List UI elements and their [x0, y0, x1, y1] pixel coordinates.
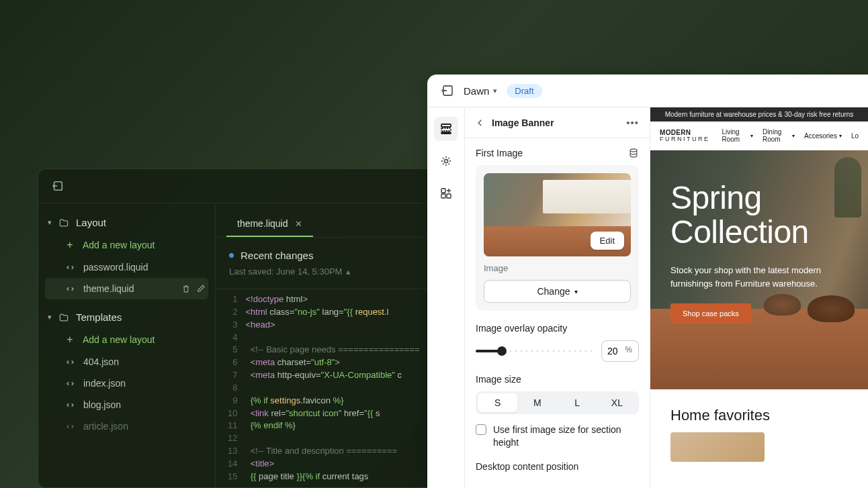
favorites-grid	[650, 432, 868, 462]
promo-bar: Modern furniture at warehouse prices & 3…	[650, 107, 868, 121]
file-tree-sidebar: ▾ Layout + Add a new layout password.liq…	[38, 203, 216, 487]
panel-title: Image Banner	[492, 117, 619, 128]
last-saved-text: Last saved: June 14, 5:30PM	[229, 266, 342, 277]
customizer-header: Dawn ▾ Draft	[427, 75, 868, 107]
opacity-slider[interactable]	[476, 350, 595, 352]
exit-icon[interactable]	[52, 180, 64, 192]
slider-thumb[interactable]	[497, 346, 507, 356]
active-tab[interactable]: theme.liquid ✕	[226, 211, 313, 237]
unsaved-dot-icon	[229, 253, 234, 258]
add-template-label: Add a new layout	[83, 334, 155, 345]
image-size-segments: S M L XL	[476, 391, 639, 414]
templates-section-header[interactable]: ▾ Templates	[45, 306, 208, 328]
svg-rect-6	[441, 189, 445, 193]
chevron-up-icon: ▴	[346, 266, 351, 277]
code-file-icon	[65, 379, 75, 389]
svg-rect-3	[441, 128, 451, 131]
layout-section-header[interactable]: ▾ Layout	[45, 211, 208, 234]
nav-dining-room[interactable]: Dining Room▾	[763, 128, 795, 143]
apps-rail-button[interactable]	[434, 181, 458, 205]
svg-point-9	[630, 149, 637, 152]
recent-changes-label: Recent changes	[241, 250, 313, 261]
brand-logo[interactable]: MODERN FURNITURE	[660, 130, 710, 142]
layout-section-label: Layout	[76, 217, 106, 228]
hero-banner: SpringCollection Stock your shop with th…	[650, 150, 868, 389]
size-l[interactable]: L	[558, 393, 597, 412]
file-theme-liquid[interactable]: theme.liquid	[45, 278, 208, 299]
add-layout-button[interactable]: + Add a new layout	[45, 234, 208, 256]
templates-section-label: Templates	[76, 311, 122, 323]
plus-icon: +	[65, 239, 75, 251]
size-m[interactable]: M	[517, 393, 557, 412]
status-badge: Draft	[507, 84, 541, 98]
svg-rect-7	[447, 194, 451, 198]
product-card[interactable]	[670, 432, 765, 462]
code-file-icon	[65, 357, 75, 367]
code-file-icon	[65, 422, 75, 432]
svg-rect-2	[441, 124, 451, 127]
delete-file-icon[interactable]	[181, 284, 191, 293]
change-image-button[interactable]: Change ▾	[484, 280, 631, 303]
rename-file-icon[interactable]	[196, 284, 206, 293]
code-file-icon	[65, 262, 75, 273]
edit-image-button[interactable]: Edit	[591, 232, 624, 250]
chevron-down-icon: ▾	[48, 218, 52, 227]
more-icon[interactable]: •••	[626, 117, 639, 128]
opacity-input[interactable]	[601, 340, 639, 362]
tab-label: theme.liquid	[237, 218, 288, 229]
add-layout-label: Add a new layout	[83, 240, 155, 250]
dynamic-source-icon[interactable]	[628, 148, 639, 158]
editor-topbar	[38, 169, 467, 203]
theme-customizer-window: Dawn ▾ Draft Image Banner •••	[427, 75, 868, 488]
folder-icon	[58, 312, 69, 323]
use-first-image-checkbox[interactable]	[476, 424, 486, 435]
svg-rect-8	[441, 194, 445, 198]
settings-rail-button[interactable]	[434, 149, 458, 173]
hero-cta-button[interactable]: Shop case packs	[670, 303, 751, 324]
desktop-position-label: Desktop content position	[476, 461, 578, 472]
chevron-down-icon: ▾	[493, 87, 497, 95]
chevron-down-icon: ▾	[839, 133, 842, 139]
code-editor-window: ▾ Layout + Add a new layout password.liq…	[38, 168, 468, 488]
back-icon[interactable]	[476, 118, 485, 128]
folder-icon	[58, 217, 69, 228]
file-label: index.json	[83, 378, 126, 389]
file-404-json[interactable]: 404.json	[45, 351, 208, 373]
image-picker-card: Edit Image Change ▾	[476, 165, 639, 311]
file-article-json[interactable]: article.json	[45, 416, 208, 437]
svg-rect-4	[441, 132, 451, 134]
exit-icon[interactable]	[441, 84, 454, 97]
storefront-nav: MODERN FURNITURE Living Room▾ Dining Roo…	[650, 121, 868, 150]
size-label: Image size	[476, 374, 521, 385]
nav-accessories[interactable]: Accesories▾	[804, 128, 842, 143]
size-s[interactable]: S	[478, 393, 517, 412]
file-index-json[interactable]: index.json	[45, 373, 208, 394]
add-template-button[interactable]: + Add a new layout	[45, 328, 208, 351]
settings-panel: Image Banner ••• First Image Edit Image …	[465, 107, 650, 488]
file-blog-json[interactable]: blog.json	[45, 394, 208, 416]
hero-title: SpringCollection	[670, 181, 848, 249]
nav-living-room[interactable]: Living Room▾	[722, 128, 753, 143]
close-tab-icon[interactable]: ✕	[295, 219, 302, 229]
sections-rail-button[interactable]	[434, 117, 458, 141]
theme-selector[interactable]: Dawn ▾	[464, 85, 497, 97]
checkbox-label: Use first image size for section height	[493, 424, 639, 449]
chevron-down-icon: ▾	[750, 133, 753, 139]
plus-icon: +	[65, 334, 75, 346]
file-label: password.liquid	[83, 262, 148, 273]
hero-body: Stock your shop with the latest modern f…	[670, 264, 832, 290]
file-password-liquid[interactable]: password.liquid	[45, 256, 208, 278]
nav-more[interactable]: Lo	[851, 128, 859, 143]
image-preview: Edit	[484, 173, 631, 256]
file-label: 404.json	[83, 356, 119, 367]
size-xl[interactable]: XL	[597, 393, 637, 412]
chevron-down-icon: ▾	[792, 133, 795, 139]
customizer-rail	[427, 107, 465, 488]
file-label: theme.liquid	[83, 283, 134, 294]
theme-name: Dawn	[464, 85, 489, 97]
file-label: article.json	[83, 421, 128, 432]
file-label: blog.json	[83, 399, 121, 410]
code-file-icon	[65, 400, 75, 410]
storefront-preview: Modern furniture at warehouse prices & 3…	[650, 107, 868, 488]
chevron-down-icon: ▾	[574, 288, 578, 295]
